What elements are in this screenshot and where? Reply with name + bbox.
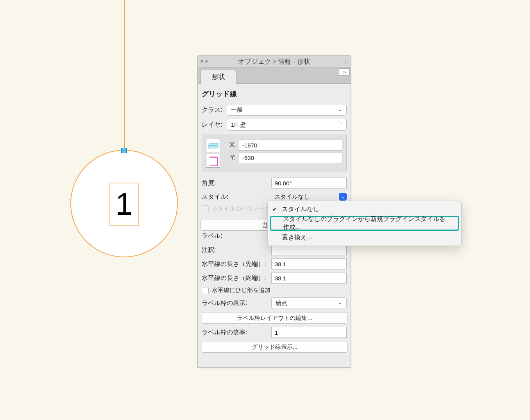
gridline-show-label: グリッド線表示...: [252, 343, 298, 351]
palette-title: オブジェクト情報 - 形状: [238, 57, 310, 66]
gridline-show-button[interactable]: グリッド線表示...: [202, 341, 347, 353]
note-input[interactable]: [271, 244, 347, 255]
check-icon: ✔: [272, 206, 277, 212]
layers-icon[interactable]: [206, 138, 220, 152]
tab-strip: 形状 ▷: [198, 68, 351, 84]
elbow-label: 水平線にひじ部を追加: [212, 287, 270, 294]
hlen-end-input[interactable]: 38.1: [271, 273, 347, 284]
elbow-checkbox[interactable]: [202, 287, 209, 294]
tab-shape[interactable]: 形状: [201, 70, 236, 84]
object-type-heading: グリッド線: [202, 89, 347, 99]
y-label: Y:: [226, 154, 236, 161]
grid-line[interactable]: [124, 0, 125, 150]
labelframe-show-label: ラベル枠の表示:: [202, 299, 268, 307]
x-label: X:: [226, 142, 236, 149]
angle-input[interactable]: 90.00°: [271, 178, 347, 188]
menu-item-create-style[interactable]: スタイルなしのプラグインから新規プラグインスタイルを作成...: [270, 216, 459, 231]
flyout-icon[interactable]: ▷: [339, 68, 350, 75]
hlen-end-label: 水平線の長さ（終端）:: [202, 274, 268, 282]
labelframe-show-select[interactable]: 始点: [271, 297, 347, 309]
style-params-checkbox: [202, 205, 209, 212]
selection-handle[interactable]: [121, 148, 127, 153]
sheet-icon[interactable]: [206, 154, 220, 168]
labelframe-scale-label: ラベル枠の倍率:: [202, 328, 268, 337]
layer-label: レイヤ:: [202, 121, 224, 129]
chevron-down-icon[interactable]: [339, 193, 347, 201]
menu-item-replace-label: 置き換え...: [282, 233, 312, 242]
label-label: ラベル:: [202, 232, 268, 240]
style-label: スタイル:: [202, 193, 268, 201]
x-input[interactable]: -1870: [239, 140, 342, 151]
palette-titlebar[interactable]: × + オブジェクト情報 - 形状 ?: [198, 56, 351, 68]
hlen-start-value: 38.1: [275, 261, 286, 267]
grid-label-box[interactable]: 1: [109, 183, 139, 226]
style-dropdown-menu: ✔ スタイルなし スタイルなしのプラグインから新規プラグインスタイルを作成...…: [267, 201, 462, 246]
labelframe-show-value: 始点: [276, 300, 287, 307]
close-icon[interactable]: ×: [200, 58, 204, 65]
divider: [202, 357, 347, 357]
hlen-start-input[interactable]: 38.1: [271, 258, 347, 269]
labelframe-edit-button[interactable]: ラベル枠レイアウトの編集...: [202, 312, 347, 324]
class-value: 一般: [231, 106, 243, 114]
hlen-end-value: 38.1: [275, 275, 286, 282]
position-group: X: -1870 Y: -630: [202, 134, 347, 172]
labelframe-edit-label: ラベル枠レイアウトの編集...: [237, 314, 312, 322]
menu-item-none-label: スタイルなし: [282, 205, 319, 214]
labelframe-scale-input[interactable]: 1: [271, 327, 347, 338]
labelframe-scale-value: 1: [275, 329, 278, 336]
angle-value: 90.00°: [275, 180, 292, 187]
class-label: クラス:: [202, 106, 224, 114]
menu-item-create-label: スタイルなしのプラグインから新規プラグインスタイルを作成...: [283, 215, 451, 232]
tab-shape-label: 形状: [212, 72, 225, 81]
hlen-start-label: 水平線の長さ（先端）:: [202, 260, 268, 268]
add-icon[interactable]: +: [205, 58, 208, 65]
y-input[interactable]: -630: [239, 152, 342, 163]
menu-item-none[interactable]: ✔ スタイルなし: [268, 203, 461, 215]
y-value: -630: [242, 154, 254, 161]
angle-label: 角度:: [202, 179, 268, 187]
x-value: -1870: [242, 142, 257, 149]
note-label: 注釈:: [202, 246, 268, 254]
help-icon[interactable]: ?: [344, 57, 347, 66]
style-value: スタイルなし: [271, 193, 339, 201]
menu-item-replace[interactable]: 置き換え...: [268, 232, 461, 243]
layer-select[interactable]: 1F-壁: [227, 119, 347, 131]
style-params-label: スタイルのパラメータ: [212, 205, 270, 212]
class-select[interactable]: 一般: [227, 104, 347, 116]
layer-value: 1F-壁: [231, 121, 246, 129]
grid-label-text: 1: [115, 186, 133, 222]
